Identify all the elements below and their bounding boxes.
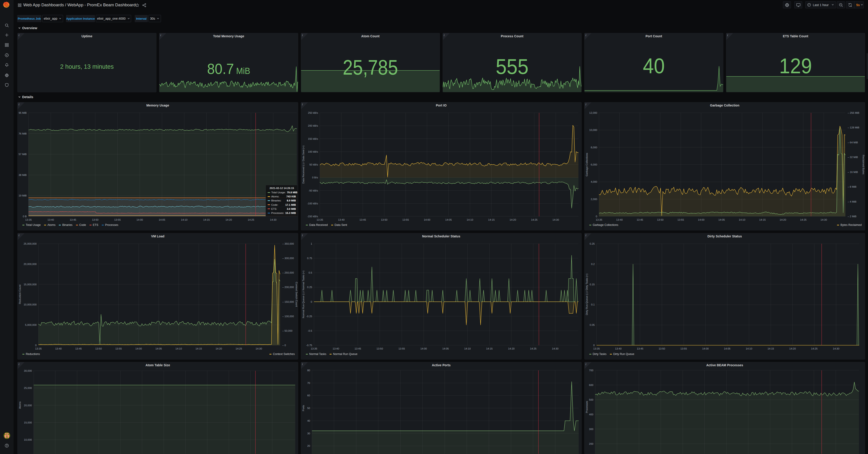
svg-text:200 kB/s: 200 kB/s [308, 124, 318, 127]
svg-text:14:25: 14:25 [800, 218, 807, 221]
svg-text:– 2 MiB: – 2 MiB [848, 215, 857, 218]
svg-text:14:10: 14:10 [746, 347, 752, 350]
svg-text:14:00: 14:00 [698, 218, 705, 221]
svg-text:2,000: 2,000 [591, 198, 597, 201]
svg-text:0: 0 [35, 344, 37, 346]
svg-text:14:00: 14:00 [424, 218, 430, 221]
svg-text:20,000: 20,000 [24, 404, 32, 407]
svg-text:– 50,000: – 50,000 [282, 329, 292, 332]
svg-text:– 32 MiB: – 32 MiB [848, 156, 858, 158]
svg-text:25,000,000: 25,000,000 [24, 242, 37, 245]
svg-text:0.75: 0.75 [307, 257, 312, 260]
svg-text:1: 1 [311, 242, 312, 245]
svg-text:0.5: 0.5 [309, 271, 312, 274]
svg-text:14:20: 14:20 [789, 347, 796, 350]
svg-text:13:45: 13:45 [360, 218, 366, 221]
svg-text:250 kB/s: 250 kB/s [308, 112, 318, 114]
svg-text:25,000: 25,000 [24, 387, 32, 389]
svg-text:38 MiB: 38 MiB [19, 174, 27, 176]
svg-text:13:35: 13:35 [35, 347, 42, 350]
svg-text:0.05: 0.05 [590, 324, 595, 326]
svg-text:0.25: 0.25 [590, 242, 595, 245]
svg-text:Atoms: Atoms [19, 401, 21, 409]
svg-text:20,000,000: 20,000,000 [24, 263, 37, 266]
svg-text:13:40: 13:40 [616, 218, 623, 221]
svg-text:13:45: 13:45 [70, 218, 76, 221]
svg-text:15,000: 15,000 [24, 421, 32, 424]
svg-text:600: 600 [589, 384, 593, 386]
svg-text:Normal Run Queue (-) / Normal: Normal Run Queue (-) / Normal Tasks (+) [302, 271, 305, 319]
svg-text:Processes: Processes [585, 401, 588, 413]
svg-text:– 0: – 0 [282, 344, 286, 346]
svg-text:13:35: 13:35 [311, 347, 317, 350]
svg-text:14:00: 14:00 [421, 347, 427, 350]
svg-text:40: 40 [307, 419, 310, 422]
svg-text:95 MiB: 95 MiB [19, 112, 27, 114]
svg-text:14:30: 14:30 [256, 347, 262, 350]
svg-text:– 256 MiB: – 256 MiB [848, 112, 860, 114]
svg-text:200: 200 [589, 443, 593, 445]
svg-text:13:55: 13:55 [399, 347, 405, 350]
svg-text:Ports: Ports [302, 405, 305, 411]
svg-text:14:10: 14:10 [176, 347, 182, 350]
svg-text:100 kB/s: 100 kB/s [308, 150, 318, 153]
svg-text:Garbage Collections: Garbage Collections [585, 153, 588, 176]
svg-text:14:20: 14:20 [509, 218, 516, 221]
svg-text:6,000: 6,000 [591, 163, 597, 166]
svg-text:Context Switch Count: Context Switch Count [295, 282, 298, 307]
svg-text:60: 60 [307, 394, 310, 397]
svg-text:-0.75: -0.75 [306, 344, 312, 346]
svg-text:50 kB/s: 50 kB/s [309, 163, 318, 166]
svg-text:14:20: 14:20 [215, 347, 222, 350]
svg-text:14:05: 14:05 [159, 218, 165, 221]
svg-text:13:40: 13:40 [333, 347, 339, 350]
svg-text:13:40: 13:40 [48, 218, 54, 221]
svg-text:– 16 MiB: – 16 MiB [848, 171, 858, 174]
svg-text:14:10: 14:10 [739, 218, 745, 221]
svg-text:0: 0 [311, 301, 312, 303]
svg-text:5,000,000: 5,000,000 [25, 324, 37, 326]
svg-text:8,000: 8,000 [591, 146, 597, 149]
svg-text:20: 20 [307, 445, 310, 447]
svg-text:12,000: 12,000 [589, 112, 597, 114]
svg-text:-150 kB/s: -150 kB/s [307, 215, 318, 218]
svg-text:13:35: 13:35 [593, 347, 600, 350]
svg-text:13:35: 13:35 [317, 218, 323, 221]
svg-text:– 350,000: – 350,000 [282, 242, 294, 245]
svg-text:57 MiB: 57 MiB [19, 153, 27, 156]
svg-text:150 kB/s: 150 kB/s [308, 138, 318, 140]
svg-text:– 200,000: – 200,000 [282, 286, 294, 289]
svg-text:13:50: 13:50 [92, 218, 98, 221]
svg-text:13:55: 13:55 [680, 347, 687, 350]
svg-text:13:35: 13:35 [25, 218, 32, 221]
svg-text:10,000: 10,000 [589, 129, 597, 131]
svg-text:Data Received (-) / Data Sent: Data Received (-) / Data Sent (+) [302, 146, 305, 184]
svg-text:0.1: 0.1 [591, 303, 595, 306]
svg-text:70: 70 [307, 382, 310, 384]
svg-text:– 128 MiB: – 128 MiB [848, 126, 860, 129]
svg-text:14:00: 14:00 [135, 347, 142, 350]
svg-text:– 100,000: – 100,000 [282, 315, 294, 317]
svg-text:30,000: 30,000 [24, 369, 32, 372]
svg-text:13:50: 13:50 [659, 347, 665, 350]
svg-text:19 MiB: 19 MiB [19, 194, 27, 197]
svg-text:76 MiB: 76 MiB [19, 132, 27, 135]
svg-text:Reduction Count: Reduction Count [19, 284, 21, 304]
svg-text:14:30: 14:30 [552, 347, 559, 350]
svg-text:14:00: 14:00 [136, 218, 143, 221]
svg-text:10,000,000: 10,000,000 [24, 303, 37, 306]
svg-text:– 64 MiB: – 64 MiB [848, 141, 858, 144]
svg-text:13:45: 13:45 [75, 347, 82, 350]
svg-text:13:55: 13:55 [115, 347, 122, 350]
svg-text:14:15: 14:15 [759, 218, 766, 221]
svg-text:14:05: 14:05 [724, 347, 731, 350]
svg-text:14:30: 14:30 [553, 218, 559, 221]
svg-text:14:25: 14:25 [531, 218, 537, 221]
svg-text:14:05: 14:05 [442, 347, 449, 350]
svg-text:14:25: 14:25 [248, 218, 254, 221]
svg-text:4,000: 4,000 [591, 180, 597, 183]
svg-text:500: 500 [589, 398, 593, 401]
svg-text:14:10: 14:10 [464, 347, 471, 350]
svg-text:-50 kB/s: -50 kB/s [309, 189, 318, 192]
svg-text:13:50: 13:50 [377, 347, 383, 350]
